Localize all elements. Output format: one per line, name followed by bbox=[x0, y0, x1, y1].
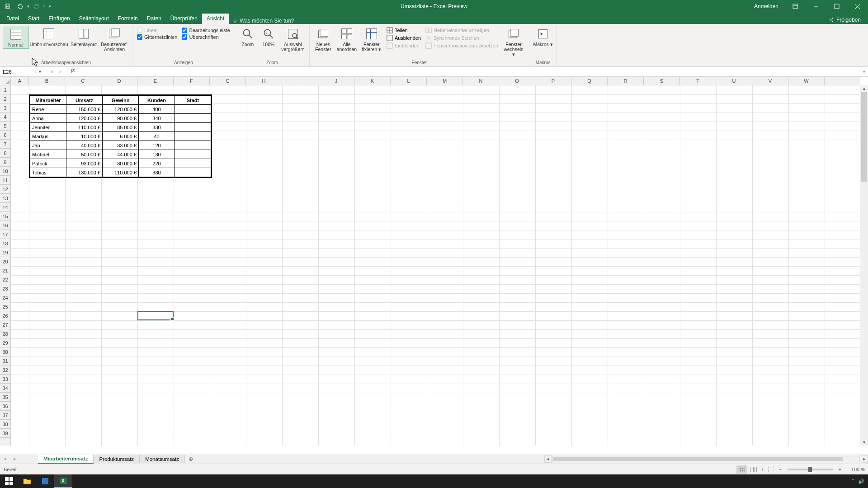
col-G[interactable]: G bbox=[210, 77, 246, 85]
chk-ueberschriften[interactable]: Überschriften bbox=[182, 34, 230, 40]
fx-icon[interactable]: fx bbox=[67, 67, 79, 76]
select-all-corner[interactable] bbox=[0, 77, 11, 85]
col-H[interactable]: H bbox=[246, 77, 282, 85]
column-headers[interactable]: ABCDEFGHIJKLMNOPQRSTUVW bbox=[11, 77, 860, 85]
sheet-nav-next-icon[interactable]: ► bbox=[10, 454, 20, 464]
zoom-slider[interactable] bbox=[788, 469, 833, 470]
row-23[interactable]: 23 bbox=[0, 284, 10, 293]
row-6[interactable]: 6 bbox=[0, 131, 10, 140]
row-31[interactable]: 31 bbox=[0, 357, 10, 366]
row-13[interactable]: 13 bbox=[0, 194, 10, 203]
row-5[interactable]: 5 bbox=[0, 122, 10, 131]
row-12[interactable]: 12 bbox=[0, 185, 10, 194]
row-9[interactable]: 9 bbox=[0, 158, 10, 167]
vscroll-thumb[interactable] bbox=[861, 92, 867, 182]
row-14[interactable]: 14 bbox=[0, 203, 10, 212]
close-icon[interactable] bbox=[847, 0, 868, 13]
row-27[interactable]: 27 bbox=[0, 320, 10, 329]
name-box[interactable]: ▼ bbox=[0, 67, 45, 76]
name-box-input[interactable] bbox=[0, 69, 35, 75]
row-19[interactable]: 19 bbox=[0, 248, 10, 257]
hscroll-right-icon[interactable]: ► bbox=[861, 455, 868, 463]
view-seitenlayout[interactable]: Seitenlayout bbox=[69, 26, 99, 48]
signin-link[interactable]: Anmelden bbox=[748, 3, 785, 9]
col-M[interactable]: M bbox=[427, 77, 463, 85]
add-sheet-icon[interactable]: ⊕ bbox=[185, 456, 197, 462]
col-I[interactable]: I bbox=[282, 77, 318, 85]
zoom-in-icon[interactable]: + bbox=[836, 467, 844, 472]
statusview-layout-icon[interactable] bbox=[748, 465, 759, 474]
col-P[interactable]: P bbox=[535, 77, 571, 85]
explorer-icon[interactable] bbox=[18, 474, 36, 488]
col-V[interactable]: V bbox=[752, 77, 788, 85]
row-16[interactable]: 16 bbox=[0, 221, 10, 230]
view-custom[interactable]: Benutzerdef. Ansichten bbox=[99, 26, 129, 53]
col-J[interactable]: J bbox=[318, 77, 354, 85]
statusview-pagebreak-icon[interactable] bbox=[760, 465, 771, 474]
macros[interactable]: Makros ▾ bbox=[532, 26, 554, 48]
edge-icon[interactable] bbox=[36, 474, 54, 488]
switch-windows[interactable]: Fenster wechseln ▾ bbox=[501, 26, 526, 58]
tab-formeln[interactable]: Formeln bbox=[113, 14, 142, 24]
col-Q[interactable]: Q bbox=[571, 77, 608, 85]
col-C[interactable]: C bbox=[65, 77, 101, 85]
zoom-value[interactable]: 100 % bbox=[844, 467, 865, 472]
row-2[interactable]: 2 bbox=[0, 94, 10, 103]
zoom-out-icon[interactable]: − bbox=[777, 467, 784, 472]
row-39[interactable]: 39 bbox=[0, 429, 10, 438]
sheet-nav-prev-icon[interactable]: ◄ bbox=[0, 454, 10, 464]
col-T[interactable]: T bbox=[680, 77, 716, 85]
active-cell[interactable] bbox=[137, 311, 174, 320]
scroll-up-icon[interactable]: ▲ bbox=[860, 85, 868, 92]
row-8[interactable]: 8 bbox=[0, 149, 10, 158]
tray-chevron-icon[interactable]: ˄ bbox=[852, 479, 854, 484]
tray-volume-icon[interactable]: 🔊 bbox=[858, 479, 864, 484]
row-7[interactable]: 7 bbox=[0, 140, 10, 149]
row-28[interactable]: 28 bbox=[0, 329, 10, 338]
col-K[interactable]: K bbox=[354, 77, 391, 85]
zoom-selection[interactable]: Auswahl vergrößern bbox=[279, 26, 307, 53]
col-N[interactable]: N bbox=[463, 77, 499, 85]
hscroll-thumb[interactable] bbox=[553, 457, 843, 461]
spreadsheet-grid[interactable]: ABCDEFGHIJKLMNOPQRSTUVW 1234567891011121… bbox=[0, 77, 868, 454]
tab-start[interactable]: Start bbox=[24, 14, 44, 24]
row-17[interactable]: 17 bbox=[0, 230, 10, 239]
row-32[interactable]: 32 bbox=[0, 366, 10, 375]
undo-icon[interactable] bbox=[14, 1, 26, 12]
row-4[interactable]: 4 bbox=[0, 113, 10, 122]
col-R[interactable]: R bbox=[608, 77, 644, 85]
row-1[interactable]: 1 bbox=[0, 85, 10, 94]
start-icon[interactable] bbox=[0, 474, 18, 488]
freeze-panes[interactable]: Fenster fixieren ▾ bbox=[359, 26, 384, 53]
tab-ueberpruefen[interactable]: Überprüfen bbox=[166, 14, 202, 24]
excel-taskbar-icon[interactable]: X bbox=[54, 474, 72, 488]
col-S[interactable]: S bbox=[644, 77, 680, 85]
row-18[interactable]: 18 bbox=[0, 239, 10, 248]
col-L[interactable]: L bbox=[391, 77, 427, 85]
scroll-down-icon[interactable]: ▼ bbox=[860, 439, 868, 446]
ribbon-display-icon[interactable] bbox=[785, 0, 806, 13]
horizontal-scrollbar[interactable] bbox=[552, 456, 860, 462]
cells-area[interactable]: MitarbeiterUmsatzGewinnKundenStadtRene15… bbox=[11, 85, 860, 446]
row-26[interactable]: 26 bbox=[0, 311, 10, 320]
hide[interactable]: Ausblenden bbox=[386, 34, 422, 42]
row-29[interactable]: 29 bbox=[0, 338, 10, 347]
col-F[interactable]: F bbox=[174, 77, 210, 85]
col-E[interactable]: E bbox=[137, 77, 174, 85]
row-30[interactable]: 30 bbox=[0, 347, 10, 357]
row-headers[interactable]: 1234567891011121314151617181920212223242… bbox=[0, 85, 11, 446]
expand-formula-icon[interactable]: ▾ bbox=[860, 67, 868, 76]
row-33[interactable]: 33 bbox=[0, 375, 10, 384]
tab-ansicht[interactable]: Ansicht bbox=[202, 14, 229, 24]
row-35[interactable]: 35 bbox=[0, 393, 10, 402]
tab-daten[interactable]: Daten bbox=[142, 14, 166, 24]
chk-bearbleiste[interactable]: Bearbeitungsleiste bbox=[182, 28, 230, 33]
split[interactable]: Teilen bbox=[386, 27, 422, 34]
row-24[interactable]: 24 bbox=[0, 293, 10, 302]
view-umbruch[interactable]: Umbruchvorschau bbox=[30, 26, 68, 48]
row-38[interactable]: 38 bbox=[0, 420, 10, 429]
row-10[interactable]: 10 bbox=[0, 167, 10, 176]
share-button[interactable]: Freigeben bbox=[826, 16, 863, 24]
redo-icon[interactable] bbox=[30, 1, 42, 12]
namebox-dropdown-icon[interactable]: ▼ bbox=[35, 70, 44, 74]
